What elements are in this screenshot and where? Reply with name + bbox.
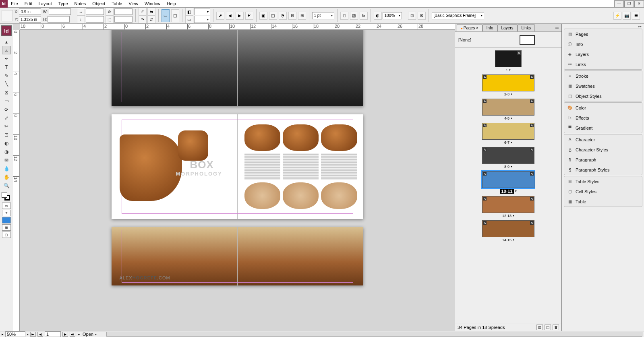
dock-cell-styles[interactable]: ▢Cell Styles (564, 186, 642, 196)
dock-pages[interactable]: ▤Pages (564, 29, 642, 39)
dock-character[interactable]: ACharacter (564, 134, 642, 145)
menu-type[interactable]: Type (55, 0, 71, 7)
menu-object[interactable]: Object (89, 0, 108, 7)
next-spread-button[interactable]: ▶ (62, 332, 68, 337)
first-spread-button[interactable]: ⏮ (30, 332, 36, 337)
zoom-tool[interactable]: 🔍 (2, 181, 11, 190)
rotate-cw-icon[interactable]: ↷ (139, 15, 147, 23)
menu-file[interactable]: File (8, 0, 21, 7)
rectangle-frame-tool[interactable]: ⊠ (2, 88, 11, 97)
wrap-bbox-icon[interactable]: ◫ (269, 12, 277, 20)
page-field[interactable]: 1 (45, 331, 61, 337)
spread-thumb-2-3[interactable]: AA (482, 74, 534, 91)
flip-v-icon[interactable]: ⇵ (147, 15, 155, 23)
spread-8-9[interactable] (112, 30, 363, 106)
view-mode-preview[interactable]: ▢ (2, 232, 11, 238)
stroke-fill-icon[interactable]: ◧ (185, 8, 193, 16)
gradient-tool[interactable]: ◐ (2, 139, 11, 147)
menu-table[interactable]: Table (108, 0, 125, 7)
dock-object-styles[interactable]: ◫Object Styles (564, 91, 642, 101)
wrap-shape-icon[interactable]: ◔ (279, 12, 287, 20)
stroke-color-dropdown[interactable] (194, 16, 210, 23)
scale-x-icon[interactable]: ↔ (77, 8, 85, 16)
dock-effects[interactable]: fxEffects (564, 113, 642, 123)
opacity-icon[interactable]: ◐ (374, 12, 382, 20)
dock-character-styles[interactable]: A̲Character Styles (564, 145, 642, 155)
pages-list[interactable]: A1 ▾AA2-3 ▾AA4-5 ▾AA6-7 ▾AA8-9 ▾AA10-11 … (455, 48, 561, 323)
reference-point-icon[interactable] (2, 10, 13, 21)
effects-icon[interactable]: fx (360, 12, 368, 20)
format-text-button[interactable]: T (2, 210, 11, 216)
wrap-jump-icon[interactable]: ⊟ (288, 12, 296, 20)
minimize-button[interactable]: — (614, 0, 624, 7)
master-none-label[interactable]: [None] (458, 37, 471, 42)
canvas[interactable]: BOX MORPHOLOGY ALEXHOGREFE (20, 30, 455, 331)
prev-spread-button[interactable]: ◀ (37, 332, 43, 337)
spread-thumb-6-7[interactable]: AA (482, 123, 534, 140)
spread-10-11[interactable]: BOX MORPHOLOGY (112, 114, 363, 219)
master-thumb[interactable] (520, 35, 535, 45)
menu-window[interactable]: Window (141, 0, 164, 7)
quick-apply-icon[interactable]: ⚡ (613, 12, 621, 20)
w-field[interactable] (49, 8, 71, 15)
wrap-column-icon[interactable]: ⊞ (298, 12, 306, 20)
rotate-icon[interactable]: ⟳ (106, 8, 114, 16)
x-field[interactable] (19, 8, 41, 15)
format-container-button[interactable]: ▭ (2, 203, 11, 209)
menu-layout[interactable]: Layout (35, 0, 55, 7)
dock-layers[interactable]: ◈Layers (564, 49, 642, 59)
gradient-feather-tool[interactable]: ◑ (2, 147, 11, 156)
h-field[interactable] (48, 16, 70, 23)
dock-collapse-handle[interactable]: ▸▸ (562, 25, 644, 28)
panel-menu-icon[interactable]: ☰ (632, 12, 640, 20)
restore-button[interactable]: ❐ (624, 0, 634, 7)
scale-y-field[interactable] (86, 16, 104, 23)
apply-color-button[interactable] (2, 217, 11, 223)
wrap-none-icon[interactable]: ▣ (259, 12, 267, 20)
stroke-weight-dropdown[interactable]: 1 pt (312, 12, 334, 19)
dock-links[interactable]: ⚯Links (564, 59, 642, 69)
pencil-tool[interactable]: ✎ (2, 71, 11, 80)
preflight-icon[interactable]: ● (77, 332, 81, 337)
stroke-icon[interactable]: ▭ (185, 15, 193, 23)
zoom-field[interactable]: 50% (5, 331, 25, 337)
line-tool[interactable]: ╲ (2, 80, 11, 88)
scissors-tool[interactable]: ✂ (2, 122, 11, 130)
panel-tab-layers[interactable]: Layers (497, 24, 518, 31)
select-next-icon[interactable]: ▶ (236, 12, 244, 20)
scale-tool[interactable]: ⤢ (2, 114, 11, 122)
container-select-icon[interactable]: ▭ (162, 9, 170, 22)
close-button[interactable]: ✕ (634, 0, 644, 7)
panel-tab-info[interactable]: Info (482, 24, 497, 31)
dock-info[interactable]: ⓘInfo (564, 39, 642, 49)
select-parent-icon[interactable]: ⬈ (216, 12, 224, 20)
menu-view[interactable]: View (125, 0, 141, 7)
fit-content-icon[interactable]: ⊡ (408, 12, 416, 20)
fill-stroke-swatch[interactable] (2, 192, 11, 202)
panel-menu-icon[interactable]: ☰ (553, 26, 561, 31)
object-style-dropdown[interactable]: [Basic Graphics Frame] (432, 12, 484, 19)
view-mode-normal[interactable]: ▦ (2, 224, 11, 231)
panel-size-icon[interactable]: ▤ (536, 325, 543, 330)
corner-options-icon[interactable]: ◻ (340, 12, 348, 20)
hand-tool[interactable]: ✋ (2, 173, 11, 181)
select-prev-icon[interactable]: ◀ (226, 12, 234, 20)
eyedropper-tool[interactable]: 💧 (2, 164, 11, 173)
shear-field[interactable] (114, 16, 133, 23)
menu-notes[interactable]: Notes (71, 0, 89, 7)
rotate-ccw-icon[interactable]: ↶ (139, 8, 147, 16)
spread-thumb-12-13[interactable]: AA (482, 196, 534, 213)
rotate-tool[interactable]: ⟳ (2, 105, 11, 114)
free-transform-tool[interactable]: ⊡ (2, 130, 11, 139)
bridge-icon[interactable]: 📷 (623, 12, 631, 20)
selection-tool[interactable]: ▴ (2, 37, 11, 46)
note-tool[interactable]: ✉ (2, 156, 11, 164)
dock-paragraph-styles[interactable]: ¶̲Paragraph Styles (564, 165, 642, 175)
delete-page-icon[interactable]: 🗑 (553, 325, 559, 330)
direct-selection-tool[interactable]: ▵ (2, 46, 11, 54)
rotate-field[interactable] (114, 8, 133, 15)
dock-table[interactable]: ▦Table (564, 196, 642, 207)
fill-dropdown[interactable] (194, 8, 210, 15)
type-tool[interactable]: T (2, 63, 11, 71)
pen-tool[interactable]: ✒ (2, 54, 11, 63)
